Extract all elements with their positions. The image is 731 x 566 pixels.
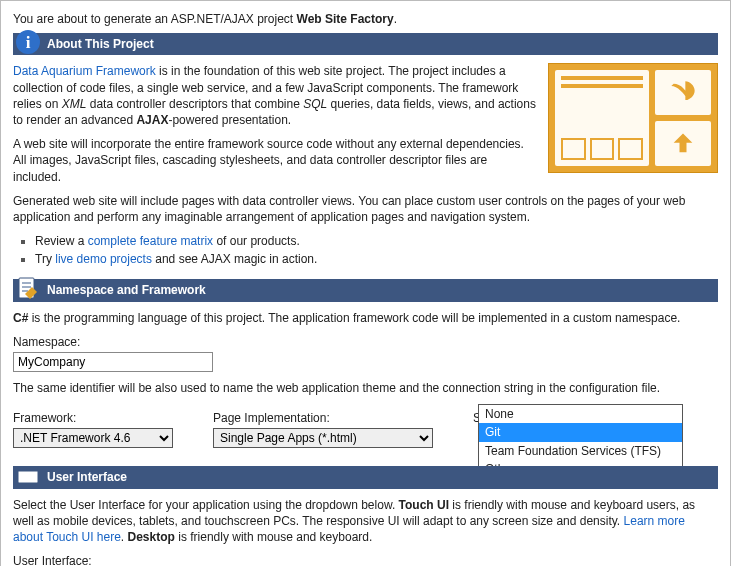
link-live-demo[interactable]: live demo projects [55, 252, 152, 266]
link-feature-matrix[interactable]: complete feature matrix [88, 234, 213, 248]
intro-suffix: . [394, 12, 397, 26]
decorative-preview-image [548, 63, 718, 173]
link-data-aquarium[interactable]: Data Aquarium Framework [13, 64, 156, 78]
page-impl-label: Page Implementation: [213, 410, 433, 426]
svg-rect-8 [18, 467, 38, 471]
window-icon [15, 462, 41, 492]
about-paragraph-3: Generated web site will include pages wi… [13, 193, 718, 225]
about-bullets: Review a complete feature matrix of our … [35, 233, 718, 267]
ui-paragraph: Select the User Interface for your appli… [13, 497, 718, 546]
section-header-ui: User Interface [13, 466, 718, 488]
scm-option-none[interactable]: None [479, 405, 682, 423]
namespace-note: The same identifier will be also used to… [13, 380, 718, 396]
document-edit-icon [15, 275, 41, 305]
section-title: About This Project [47, 37, 154, 51]
svg-text:i: i [26, 33, 31, 52]
scm-option-git[interactable]: Git [479, 423, 682, 441]
language-line: C# is the programming language of this p… [13, 310, 718, 326]
section-title: Namespace and Framework [47, 283, 206, 297]
section-header-about: i About This Project [13, 33, 718, 55]
bullet-feature-matrix: Review a complete feature matrix of our … [35, 233, 718, 249]
bullet-live-demo: Try live demo projects and see AJAX magi… [35, 251, 718, 267]
framework-select[interactable]: .NET Framework 4.6 [13, 428, 173, 448]
info-icon: i [15, 29, 41, 59]
intro-line: You are about to generate an ASP.NET/AJA… [13, 11, 718, 27]
section-header-namespace: Namespace and Framework [13, 279, 718, 301]
intro-project-name: Web Site Factory [297, 12, 394, 26]
ui-label: User Interface: [13, 553, 718, 566]
scm-option-tfs[interactable]: Team Foundation Services (TFS) [479, 442, 682, 460]
framework-label: Framework: [13, 410, 173, 426]
namespace-input[interactable] [13, 352, 213, 372]
namespace-label: Namespace: [13, 334, 718, 350]
section-title: User Interface [47, 470, 127, 484]
intro-prefix: You are about to generate an ASP.NET/AJA… [13, 12, 297, 26]
page-impl-select[interactable]: Single Page Apps (*.html) [213, 428, 433, 448]
